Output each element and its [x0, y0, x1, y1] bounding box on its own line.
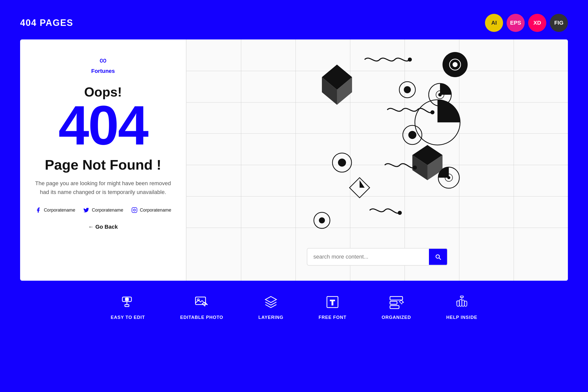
feature-label-easy-to-edit: EASY TO EDIT — [111, 315, 145, 320]
svg-point-10 — [438, 93, 442, 96]
feature-bar: EASY TO EDIT EDITABLE PHOTO LAYERING — [0, 281, 588, 320]
badge-ai: AI — [485, 14, 503, 32]
go-back-link[interactable]: ← Go Back — [88, 224, 118, 230]
feature-label-organized: ORGANIZED — [382, 315, 411, 320]
left-panel: ∞ Fortunes Oops! 404 Page Not Found ! Th… — [20, 39, 186, 281]
format-badges: AI EPS XD FIG — [485, 14, 568, 32]
feature-help-inside: HELP INSIDE — [446, 293, 477, 320]
main-card: ∞ Fortunes Oops! 404 Page Not Found ! Th… — [20, 39, 568, 281]
logo-area: ∞ Fortunes — [91, 55, 115, 74]
svg-point-30 — [319, 217, 325, 223]
social-links: Corporatename Corporatename Corporatenam… — [35, 207, 171, 214]
svg-point-7 — [404, 86, 411, 93]
badge-fig: FIG — [550, 14, 568, 32]
search-container — [307, 248, 448, 266]
search-icon — [434, 253, 442, 260]
feature-label-editable-photo: EDITABLE PHOTO — [180, 315, 223, 320]
svg-marker-21 — [360, 180, 365, 188]
organized-icon — [387, 293, 405, 311]
svg-point-13 — [453, 62, 458, 67]
layers-icon — [262, 293, 280, 311]
svg-point-25 — [413, 166, 417, 170]
feature-layering: LAYERING — [258, 293, 283, 320]
paint-roller-icon — [119, 293, 137, 311]
facebook-link[interactable]: Corporatename — [35, 207, 75, 214]
instagram-icon — [131, 207, 138, 214]
feature-organized: ORGANIZED — [382, 293, 411, 320]
feature-label-free-font: FREE FONT — [319, 315, 347, 320]
text-icon: T — [324, 293, 341, 311]
svg-rect-0 — [132, 208, 137, 213]
svg-point-31 — [398, 211, 402, 215]
svg-rect-45 — [390, 306, 399, 309]
editable-photo-icon — [193, 293, 211, 311]
feature-editable-photo: EDITABLE PHOTO — [180, 293, 223, 320]
svg-text:T: T — [330, 298, 335, 307]
svg-rect-50 — [460, 296, 463, 298]
facebook-icon — [35, 207, 42, 214]
twitter-icon — [83, 207, 90, 214]
help-icon — [453, 293, 471, 311]
svg-point-5 — [408, 58, 412, 62]
svg-point-28 — [447, 176, 450, 179]
decorative-shapes — [186, 39, 568, 281]
feature-label-help-inside: HELP INSIDE — [446, 315, 477, 320]
search-button[interactable] — [429, 249, 447, 265]
svg-rect-33 — [125, 298, 128, 301]
logo-icon: ∞ — [100, 55, 107, 66]
header: 404 PAGES AI EPS XD FIG — [0, 0, 588, 39]
svg-rect-48 — [462, 300, 464, 306]
feature-label-layering: LAYERING — [258, 315, 283, 320]
search-input[interactable] — [307, 249, 429, 265]
logo-text: Fortunes — [91, 68, 115, 74]
svg-rect-44 — [390, 301, 397, 304]
svg-rect-35 — [125, 305, 129, 307]
page-not-found: Page Not Found ! — [45, 157, 161, 173]
badge-eps: EPS — [507, 14, 525, 32]
svg-rect-43 — [390, 297, 403, 300]
instagram-link[interactable]: Corporatename — [131, 207, 171, 214]
svg-rect-46 — [457, 301, 459, 306]
error-code: 404 — [58, 102, 148, 149]
feature-free-font: T FREE FONT — [319, 293, 347, 320]
svg-point-15 — [430, 110, 434, 114]
badge-xd: XD — [528, 14, 546, 32]
svg-rect-49 — [464, 301, 467, 306]
twitter-link[interactable]: Corporatename — [83, 207, 123, 214]
page-title: 404 PAGES — [20, 18, 73, 28]
svg-rect-47 — [459, 300, 462, 306]
feature-easy-to-edit: EASY TO EDIT — [111, 293, 145, 320]
description: The page you are looking for might have … — [35, 179, 171, 197]
svg-point-17 — [408, 131, 416, 139]
svg-marker-38 — [265, 297, 276, 303]
svg-point-19 — [338, 159, 346, 167]
svg-rect-36 — [195, 297, 206, 305]
right-panel — [186, 39, 568, 281]
